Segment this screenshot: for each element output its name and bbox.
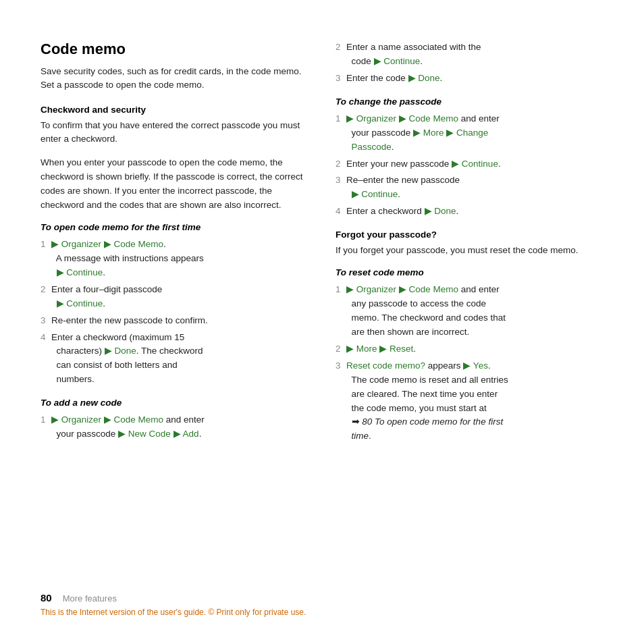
checkword-para2: When you enter your passcode to open the… [41,156,308,213]
step-number: 3 [336,173,341,188]
step-item: 1 ▶ Organizer ▶ Code Memo and enter your… [41,413,308,441]
add-code-steps: 1 ▶ Organizer ▶ Code Memo and enter your… [41,413,308,441]
step-item: 3 Reset code memo? appears ▶ Yes. The co… [336,359,603,444]
left-column: Code memo Save security codes, such as f… [41,41,308,579]
step-number: 3 [336,72,341,86]
step-item: 2 Enter a name associated with the code … [336,41,603,69]
step-item: 3 Re-enter the new passcode to confirm. [41,314,308,328]
reset-steps: 1 ▶ Organizer ▶ Code Memo and enter any … [336,283,603,444]
checkword-heading: Checkword and security [41,105,308,115]
step-item: 4 Enter a checkword ▶ Done. [336,205,603,219]
step-item: 2 ▶ More ▶ Reset. [336,342,603,356]
step-text: ▶ Organizer ▶ Code Memo. A message with … [51,239,204,277]
step-item: 2 Enter your new passcode ▶ Continue. [336,157,603,171]
step-text: Enter the code ▶ Done. [346,73,442,83]
step-text: Re–enter the new passcode ▶ Continue. [346,175,460,199]
step-number: 2 [336,41,341,55]
step-text: Enter a checkword ▶ Done. [346,206,458,216]
step-text: ▶ Organizer ▶ Code Memo and enter any pa… [346,284,506,337]
step-item: 3 Re–enter the new passcode ▶ Continue. [336,173,603,202]
open-first-steps: 1 ▶ Organizer ▶ Code Memo. A message wit… [41,238,308,387]
footer-page-row: 80 More features [41,592,603,603]
checkword-para1: To confirm that you have entered the cor… [41,119,308,147]
intro-text: Save security codes, such as for credit … [41,65,308,92]
step-text: Enter a four–digit passcode ▶ Continue. [51,284,162,308]
footer-disclaimer: This is the Internet version of the user… [41,608,603,617]
forgot-text: If you forget your passcode, you must re… [336,244,603,258]
right-column: 2 Enter a name associated with the code … [336,41,603,579]
step-text: Reset code memo? appears ▶ Yes. The code… [346,360,508,441]
step-number: 2 [336,157,341,171]
step-item: 1 ▶ Organizer ▶ Code Memo and enter any … [336,283,603,340]
page-number: 80 [41,592,52,603]
step-text: Re-enter the new passcode to confirm. [51,315,208,325]
change-passcode-title: To change the passcode [336,97,603,107]
open-first-title: To open code memo for the first time [41,222,308,232]
forgot-heading: Forgot your passcode? [336,230,603,240]
step-text: Enter a name associated with the code ▶ … [346,42,481,66]
step-number: 3 [41,314,46,328]
step-number: 2 [336,342,341,356]
step-number: 4 [41,331,46,345]
step-text: Enter a checkword (maximum 15 characters… [51,332,203,385]
step-text: ▶ Organizer ▶ Code Memo and enter your p… [346,113,500,152]
step-number: 3 [336,359,341,373]
step-text: ▶ More ▶ Reset. [346,344,416,354]
step-number: 1 [336,112,341,126]
step-item: 3 Enter the code ▶ Done. [336,72,603,86]
change-passcode-steps: 1 ▶ Organizer ▶ Code Memo and enter your… [336,112,603,219]
step-item: 1 ▶ Organizer ▶ Code Memo. A message wit… [41,238,308,280]
step-number: 1 [41,238,46,252]
reset-title: To reset code memo [336,267,603,277]
step-number: 2 [41,283,46,297]
step-item: 1 ▶ Organizer ▶ Code Memo and enter your… [336,112,603,155]
content-area: Code memo Save security codes, such as f… [41,41,603,579]
step-item: 4 Enter a checkword (maximum 15 characte… [41,331,308,387]
page: Code memo Save security codes, such as f… [0,0,644,644]
footer: 80 More features This is the Internet ve… [41,579,603,617]
step-item: 2 Enter a four–digit passcode ▶ Continue… [41,283,308,311]
step-text: Enter your new passcode ▶ Continue. [346,159,501,169]
section-label: More features [63,593,117,603]
page-title: Code memo [41,41,308,58]
add-code-title: To add a new code [41,398,308,408]
step-number: 1 [41,413,46,427]
step-text: ▶ Organizer ▶ Code Memo and enter your p… [51,414,205,439]
add-code-cont-steps: 2 Enter a name associated with the code … [336,41,603,86]
step-number: 4 [336,205,341,219]
step-number: 1 [336,283,341,297]
